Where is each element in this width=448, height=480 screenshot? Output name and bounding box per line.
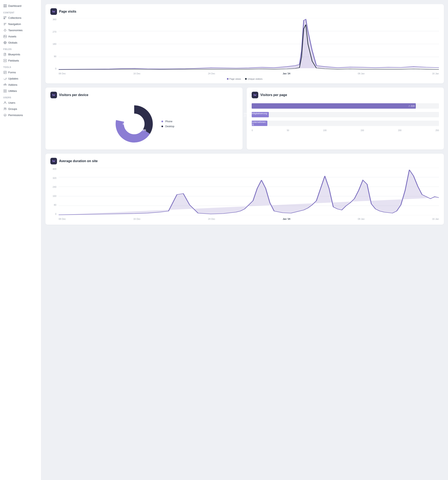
- middle-row: fa/ Visitors per device 33.9% 66.1%: [45, 88, 444, 149]
- forms-icon: [3, 71, 7, 74]
- svg-rect-7: [5, 16, 6, 17]
- page-visits-chart: 360 270 180 90 0: [50, 18, 439, 76]
- svg-point-33: [4, 108, 5, 109]
- donut-svg-container: 33.9% 66.1%: [113, 103, 155, 145]
- dashboard-icon: [3, 4, 7, 7]
- taxonomies-icon: [3, 28, 7, 32]
- phone-legend-item: Phone: [161, 120, 174, 123]
- svg-rect-3: [5, 6, 7, 7]
- users-label: Users: [8, 101, 15, 104]
- sidebar-item-dashboard[interactable]: Dashboard: [0, 2, 41, 9]
- page-visits-title: Page visits: [59, 10, 76, 14]
- utilities-label: Utilities: [8, 89, 17, 92]
- svg-rect-2: [4, 6, 5, 7]
- sidebar-item-collections[interactable]: Collections: [0, 15, 41, 21]
- page-visits-x-axis: 08 Dec 16 Dec 24 Dec Jan '24 08 Jan 16 J…: [59, 71, 439, 76]
- duration-y-axis: 400 320 240 160 80 0: [50, 168, 58, 215]
- groups-label: Groups: [8, 107, 17, 111]
- vpd-header: fa/ Visitors per device: [50, 92, 238, 98]
- forms-label: Forms: [8, 71, 16, 74]
- svg-point-35: [4, 114, 6, 116]
- sidebar-item-assets[interactable]: Assets: [0, 33, 41, 39]
- sidebar-item-utilities[interactable]: Utilities: [0, 88, 41, 94]
- avg-duration-title: Average duration on site: [59, 159, 98, 163]
- bar-chart: /: 219 /angebot/digitalisierung: 23 /unt: [252, 102, 439, 133]
- navigation-label: Navigation: [8, 22, 21, 26]
- sidebar-item-permissions[interactable]: Permissions: [0, 112, 41, 118]
- page-visits-svg-area: [59, 18, 439, 70]
- svg-rect-21: [4, 61, 7, 62]
- sidebar-item-blueprints[interactable]: Blueprints: [0, 51, 41, 57]
- donut-legend: Phone Desktop: [161, 120, 174, 128]
- blueprints-label: Blueprints: [8, 53, 20, 56]
- sidebar-item-forms[interactable]: Forms: [0, 69, 41, 75]
- svg-rect-5: [4, 18, 5, 18]
- collections-icon: [3, 16, 7, 19]
- desktop-pct-label: 33.9%: [122, 122, 129, 125]
- avg-duration-header: fa/ Average duration on site: [50, 158, 439, 164]
- page-visits-y-axis: 360 270 180 90 0: [50, 18, 58, 70]
- duration-svg-area: [59, 168, 439, 215]
- svg-rect-20: [4, 59, 7, 60]
- taxonomies-label: Taxonomies: [8, 29, 22, 32]
- phone-pct-label: 66.1%: [139, 129, 146, 132]
- sidebar-item-groups[interactable]: Groups: [0, 106, 41, 112]
- permissions-label: Permissions: [8, 113, 23, 117]
- main-content: fa/ Page visits 360 270 180 90 0: [41, 0, 448, 480]
- avg-duration-badge: fa/: [50, 158, 57, 164]
- section-label-tools: TOOLS: [0, 64, 41, 69]
- page-visits-card: fa/ Page visits 360 270 180 90 0: [45, 4, 444, 84]
- donut-svg: [113, 103, 155, 145]
- assets-label: Assets: [8, 35, 16, 38]
- sidebar-item-updates[interactable]: Updates: [0, 75, 41, 82]
- svg-rect-28: [4, 90, 5, 91]
- section-label-fields: FIELDS: [0, 46, 41, 51]
- svg-rect-4: [4, 16, 5, 17]
- svg-rect-26: [4, 84, 5, 85]
- groups-icon: [3, 107, 7, 111]
- updates-label: Updates: [8, 77, 18, 80]
- dashboard-label: Dashboard: [8, 4, 21, 7]
- desktop-color-dot: [161, 126, 163, 127]
- section-label-content: CONTENT: [0, 9, 41, 15]
- desktop-legend-item: Desktop: [161, 125, 174, 128]
- sidebar-item-users[interactable]: Users: [0, 99, 41, 106]
- navigation-icon: [3, 22, 7, 26]
- bar-x-axis: 0 50 100 150 200 250: [252, 129, 439, 132]
- updates-icon: [3, 77, 7, 80]
- vpp-badge: fa/: [252, 92, 258, 98]
- bar-fill-2: /unternehmen: 21: [252, 121, 267, 126]
- visitors-per-device-card: fa/ Visitors per device 33.9% 66.1%: [45, 88, 243, 149]
- bar-bg-0: /: 219: [252, 103, 439, 109]
- collections-label: Collections: [8, 16, 21, 19]
- sidebar-item-addons[interactable]: Addons: [0, 82, 41, 88]
- blueprints-icon: [3, 53, 7, 56]
- donut-chart-wrap: 33.9% 66.1% Phone Desktop: [50, 102, 238, 146]
- bar-row-1: /angebot/digitalisierung: 23: [252, 112, 439, 117]
- vpd-badge: fa/: [50, 92, 57, 98]
- vpp-title: Visitors per page: [260, 93, 287, 97]
- sidebar-item-fieldsets[interactable]: Fieldsets: [0, 57, 41, 64]
- user-icon: [3, 101, 7, 104]
- svg-point-32: [4, 101, 6, 103]
- svg-rect-27: [5, 84, 7, 85]
- sidebar-item-navigation[interactable]: Navigation: [0, 21, 41, 27]
- page-visits-header: fa/ Page visits: [50, 8, 439, 15]
- svg-rect-9: [4, 24, 6, 24]
- sidebar-item-globals[interactable]: Globals: [0, 39, 41, 46]
- bar-row-2: /unternehmen: 21: [252, 121, 439, 126]
- bar-bg-2: /unternehmen: 21: [252, 121, 439, 126]
- svg-rect-1: [5, 5, 7, 6]
- globals-icon: [3, 41, 7, 44]
- sidebar-item-taxonomies[interactable]: Taxonomies: [0, 27, 41, 33]
- visitors-per-page-card: fa/ Visitors per page /: 219 /angebot/di…: [247, 88, 444, 149]
- svg-rect-6: [4, 19, 5, 19]
- sidebar: Dashboard CONTENT Collections Navigation: [0, 0, 41, 480]
- svg-rect-31: [5, 91, 7, 92]
- svg-rect-0: [4, 5, 5, 6]
- svg-rect-30: [4, 91, 5, 92]
- svg-rect-10: [4, 25, 5, 25]
- page-visits-legend: Page views Unique visitors: [50, 78, 439, 80]
- avg-duration-card: fa/ Average duration on site 400 320 240…: [45, 154, 444, 225]
- bar-bg-1: /angebot/digitalisierung: 23: [252, 112, 439, 117]
